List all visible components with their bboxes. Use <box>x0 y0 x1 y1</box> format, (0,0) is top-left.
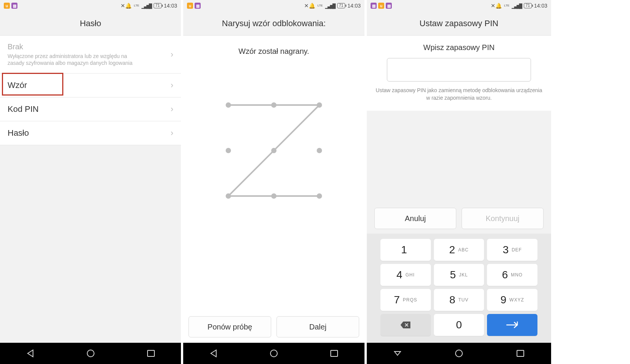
option-password-label: Hasło <box>8 128 29 138</box>
key-4[interactable]: 4GHI <box>380 264 431 286</box>
mute-icon: ✕🔔 <box>491 3 502 9</box>
app-icon: u <box>378 3 384 9</box>
nav-home-icon[interactable] <box>269 348 279 358</box>
screen-backup-pin: ▧ u ▧ ✕🔔 LTE ▁▃▅▇ 71 14:03 Ustaw zapasow… <box>367 0 551 364</box>
app-icon: ▧ <box>11 3 17 9</box>
page-title: Ustaw zapasowy PIN <box>367 11 551 36</box>
nav-home-icon[interactable] <box>86 348 96 358</box>
svg-point-4 <box>456 350 462 357</box>
network-icon: LTE <box>504 4 509 7</box>
pattern-dot[interactable] <box>226 148 231 153</box>
pattern-dot[interactable] <box>271 148 277 153</box>
pin-prompt: Wpisz zapasowy PIN <box>367 43 551 52</box>
key-backspace[interactable] <box>380 314 431 336</box>
nav-recent-icon[interactable] <box>329 348 339 358</box>
backspace-icon <box>400 321 411 329</box>
battery-icon: 71 <box>154 3 162 8</box>
status-bar: u ▧ ✕🔔 LTE ▁▃▅▇ 71 14:03 <box>183 0 364 11</box>
pattern-dot[interactable] <box>317 148 322 153</box>
app-icon: u <box>4 3 10 9</box>
key-3[interactable]: 3DEF <box>487 239 537 261</box>
mute-icon: ✕🔔 <box>121 3 132 9</box>
key-6[interactable]: 6MNO <box>487 264 537 286</box>
status-bar: ▧ u ▧ ✕🔔 LTE ▁▃▅▇ 71 14:03 <box>367 0 551 11</box>
option-password[interactable]: Hasło › <box>0 121 181 145</box>
key-0[interactable]: 0 <box>434 314 484 336</box>
nav-bar <box>0 343 181 364</box>
next-button[interactable]: Dalej <box>277 316 359 337</box>
nav-back-down-icon[interactable] <box>393 348 402 358</box>
key-2[interactable]: 2ABC <box>434 239 484 261</box>
option-none-sub: Wyłączone przez administratora lub ze wz… <box>8 53 144 66</box>
pattern-grid[interactable] <box>217 94 331 207</box>
pattern-dot[interactable] <box>271 193 277 199</box>
screen-draw-pattern: u ▧ ✕🔔 LTE ▁▃▅▇ 71 14:03 Narysuj wzór od… <box>183 0 367 364</box>
svg-point-0 <box>87 350 94 357</box>
key-8[interactable]: 8TUV <box>434 289 484 311</box>
chevron-right-icon: › <box>171 50 173 60</box>
network-icon: LTE <box>134 4 139 7</box>
pattern-dot[interactable] <box>226 193 231 199</box>
option-none: Brak Wyłączone przez administratora lub … <box>0 36 181 74</box>
mute-icon: ✕🔔 <box>304 3 315 9</box>
chevron-right-icon: › <box>171 80 173 90</box>
key-7[interactable]: 7PRQS <box>380 289 431 311</box>
battery-icon: 71 <box>524 3 532 8</box>
option-pin-label: Kod PIN <box>8 104 39 114</box>
pin-description: Ustaw zapasowy PIN jako zamienną metodę … <box>367 87 551 111</box>
screen-password-options: u ▧ ✕🔔 LTE ▁▃▅▇ 71 14:03 Hasło Brak Wyłą… <box>0 0 183 364</box>
key-1[interactable]: 1 <box>380 239 431 261</box>
app-icon: ▧ <box>195 3 201 9</box>
signal-icon: ▁▃▅▇ <box>512 3 522 9</box>
nav-bar <box>183 343 364 364</box>
svg-rect-5 <box>517 350 524 356</box>
page-title: Hasło <box>0 11 181 36</box>
clock: 14:03 <box>534 3 547 9</box>
status-bar: u ▧ ✕🔔 LTE ▁▃▅▇ 71 14:03 <box>0 0 181 11</box>
app-icon: u <box>187 3 193 9</box>
option-pin[interactable]: Kod PIN › <box>0 97 181 121</box>
chevron-right-icon: › <box>171 128 173 138</box>
app-icon: ▧ <box>386 3 392 9</box>
signal-icon: ▁▃▅▇ <box>141 3 151 9</box>
clock: 14:03 <box>347 3 361 9</box>
pattern-dot[interactable] <box>317 193 322 199</box>
pin-input[interactable] <box>387 58 531 82</box>
nav-recent-icon[interactable] <box>515 348 525 358</box>
nav-bar <box>367 343 551 364</box>
svg-rect-3 <box>331 350 338 356</box>
pattern-dot[interactable] <box>317 102 322 108</box>
pattern-status-text: Wzór został nagrany. <box>183 36 364 67</box>
key-5[interactable]: 5JKL <box>434 264 484 286</box>
network-icon: LTE <box>317 4 323 7</box>
page-title: Narysuj wzór odblokowania: <box>183 11 364 36</box>
app-icon: ▧ <box>371 3 377 9</box>
option-pattern[interactable]: Wzór › <box>0 74 181 97</box>
key-9[interactable]: 9WXYZ <box>487 289 537 311</box>
signal-icon: ▁▃▅▇ <box>325 3 335 9</box>
pattern-dot[interactable] <box>226 102 231 108</box>
battery-icon: 71 <box>337 3 345 8</box>
retry-button[interactable]: Ponów próbę <box>189 316 271 337</box>
nav-back-icon[interactable] <box>209 348 218 358</box>
chevron-right-icon: › <box>171 104 173 114</box>
nav-home-icon[interactable] <box>454 348 464 358</box>
cancel-button[interactable]: Anuluj <box>374 208 456 229</box>
enter-icon <box>506 321 519 329</box>
svg-point-2 <box>270 350 277 357</box>
numeric-keypad: 1 2ABC 3DEF 4GHI 5JKL 6MNO 7PRQS 8TUV 9W… <box>367 234 551 343</box>
svg-rect-1 <box>148 350 154 356</box>
pattern-dot[interactable] <box>271 102 277 108</box>
option-none-title: Brak <box>8 42 144 51</box>
continue-button: Kontynuuj <box>462 208 544 229</box>
nav-recent-icon[interactable] <box>146 348 156 358</box>
clock: 14:03 <box>164 3 177 9</box>
option-pattern-label: Wzór <box>8 80 27 90</box>
nav-back-icon[interactable] <box>25 348 35 358</box>
key-enter[interactable] <box>487 314 537 336</box>
